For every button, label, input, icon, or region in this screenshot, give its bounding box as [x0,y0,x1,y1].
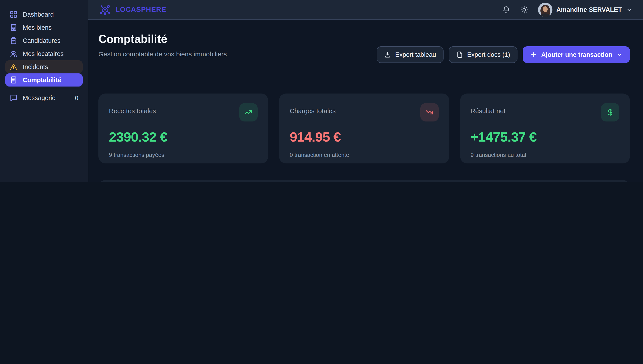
sidebar-item-dashboard[interactable]: Dashboard [5,8,83,21]
sidebar-item-label: Dashboard [23,11,54,18]
page-header: Comptabilité Gestion comptable de vos bi… [98,33,630,63]
warning-icon [10,63,18,71]
sidebar-item-comptabilit-[interactable]: Comptabilité [5,74,83,86]
brand[interactable]: LOCASPHERE [99,4,166,16]
dollar-icon [606,108,614,117]
export-table-label: Export tableau [395,51,436,58]
stat-caption: 9 transactions au total [470,152,619,158]
layout-grid-icon [10,10,18,18]
add-transaction-button[interactable]: Ajouter une transaction [523,46,630,63]
calculator-icon [10,76,18,84]
sidebar-item-mes-locataires[interactable]: Mes locataires [5,47,83,60]
stat-value: 2390.32 € [109,129,258,145]
sidebar-divider [6,89,82,89]
stat-label: Charges totales [290,107,336,114]
sidebar-item-label: Mes locataires [23,50,64,57]
stat-caption: 0 transaction en attente [290,152,439,158]
stat-icon-box [420,103,439,122]
sidebar-item-label: Incidents [23,63,48,70]
users-icon [10,50,18,58]
export-table-button[interactable]: Export tableau [377,46,444,63]
building-icon [10,24,18,32]
app-root: Dashboard Mes biens Candidatures Mes loc… [0,0,643,182]
topbar: LOCASPHERE [88,0,643,20]
stat-label: Résultat net [470,107,505,114]
stat-card: Résultat net +1475.37 € 9 transactions a… [460,94,630,164]
chevron-down-icon [626,6,632,13]
stat-icon-box [239,103,258,122]
filters-card: Filtres Année 2025 Biens Tous les biens … [98,180,630,182]
trend-down-icon [425,108,434,117]
sidebar-item-label: Comptabilité [23,76,61,84]
plus-icon [530,51,537,58]
sun-icon [520,6,528,14]
stat-icon-box [601,103,619,122]
page-title: Comptabilité [98,33,227,44]
download-icon [384,51,391,58]
trend-up-icon [244,108,253,117]
brand-name: LOCASPHERE [116,6,166,14]
stat-card: Recettes totales 2390.32 € 9 transaction… [98,94,268,164]
chat-icon [10,94,18,102]
avatar-image [538,2,552,17]
sidebar-item-label: Messagerie [23,94,56,102]
sidebar-nav: Dashboard Mes biens Candidatures Mes loc… [5,8,83,104]
main-content: Comptabilité Gestion comptable de vos bi… [88,20,643,182]
page-actions: Export tableau Export docs (1) Ajouter u… [377,46,630,63]
sidebar-item-messagerie[interactable]: Messagerie 0 [5,91,83,104]
export-docs-button[interactable]: Export docs (1) [449,46,518,63]
theme-toggle-button[interactable] [520,6,528,14]
avatar [538,2,552,17]
stat-card: Charges totales 914.95 € 0 transaction e… [279,94,449,164]
sidebar-item-mes-biens[interactable]: Mes biens [5,21,83,34]
sidebar-item-label: Candidatures [23,37,61,44]
sidebar: Dashboard Mes biens Candidatures Mes loc… [0,0,88,182]
bell-icon [502,6,510,14]
stat-value: +1475.37 € [470,129,619,145]
export-docs-label: Export docs (1) [467,51,510,58]
stat-caption: 9 transactions payées [109,152,258,158]
sidebar-item-badge: 0 [75,94,78,102]
sidebar-item-candidatures[interactable]: Candidatures [5,34,83,47]
chevron-down-icon [616,52,622,58]
user-name: Amandine SERVALET [556,6,622,13]
page-subtitle: Gestion comptable de vos biens immobilie… [98,50,227,58]
stat-cards: Recettes totales 2390.32 € 9 transaction… [98,94,630,164]
add-transaction-label: Ajouter une transaction [541,51,612,58]
sidebar-item-label: Mes biens [23,24,52,31]
page-header-text: Comptabilité Gestion comptable de vos bi… [98,33,227,63]
file-icon [456,51,463,58]
stat-label: Recettes totales [109,107,156,114]
clipboard-icon [10,37,18,44]
sidebar-item-incidents[interactable]: Incidents [5,60,83,74]
notifications-button[interactable] [502,6,510,14]
locasphere-logo-icon [99,4,111,16]
right-column: LOCASPHERE [88,0,643,182]
stat-value: 914.95 € [290,129,439,145]
topbar-actions: Amandine SERVALET [502,2,632,17]
user-menu[interactable]: Amandine SERVALET [538,2,632,17]
